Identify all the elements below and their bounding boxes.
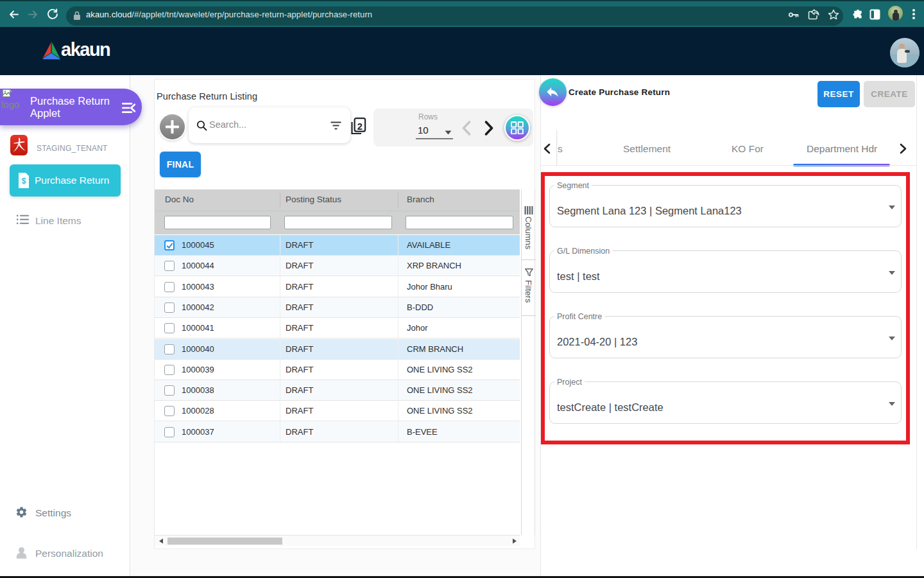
svg-text:2: 2 — [357, 121, 363, 132]
svg-text:$: $ — [22, 177, 26, 186]
